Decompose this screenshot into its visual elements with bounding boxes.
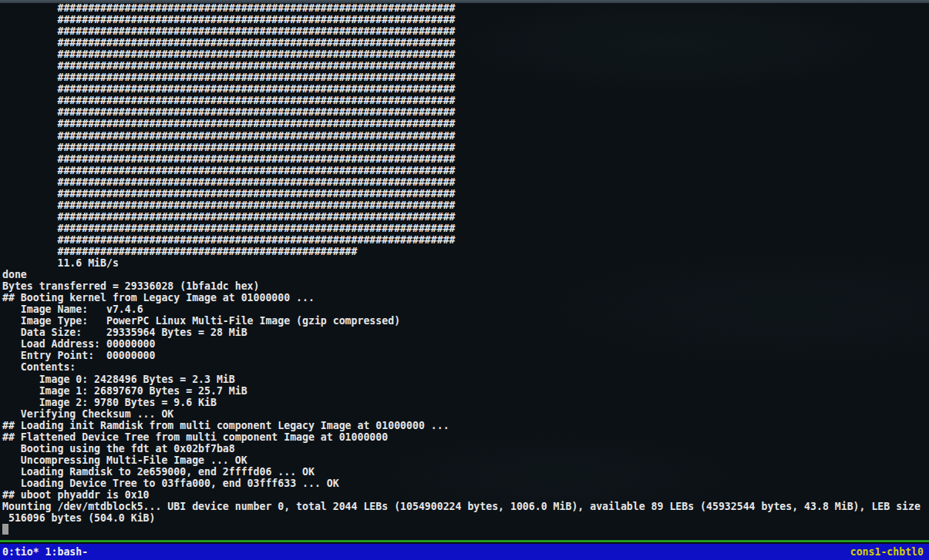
console-line: ## Loading init Ramdisk from multi compo… [2,420,929,431]
console-line: Verifying Checksum ... OK [2,408,929,420]
pane-border-line [0,540,929,542]
console-line: ########################################… [2,223,929,234]
console-line: ########################################… [2,188,929,200]
console-output[interactable]: ########################################… [2,2,929,535]
console-line: ########################################… [2,95,929,106]
console-line: ########################################… [2,49,929,60]
console-line: ########################################… [2,72,929,83]
console-line: ########################################… [2,106,929,118]
screen-status-bar: 0:tio* 1:bash- cons1-chbtl0 [0,544,929,560]
console-line: Bytes transferred = 29336028 (1bfa1dc he… [2,280,929,292]
console-line: ########################################… [2,211,929,223]
console-line: Booting using the fdt at 0x02bf7ba8 [2,443,929,454]
console-line: ########################################… [2,153,929,165]
console-line: Image Name: v7.4.6 [2,303,929,315]
terminal-cursor [2,524,8,535]
console-line: ########################################… [2,200,929,211]
console-line: Uncompressing Multi-File Image ... OK [2,454,929,466]
console-line: Entry Point: 00000000 [2,350,929,361]
console-line: 516096 bytes (504.0 KiB) [2,512,929,524]
console-line: ########################################… [2,83,929,95]
console-line: Loading Ramdisk to 2e659000, end 2ffffd0… [2,466,929,478]
console-line: ########################################… [2,118,929,129]
console-line: Image 0: 2428496 Bytes = 2.3 MiB [2,374,929,385]
console-line [2,524,929,535]
console-line: ########################################… [2,176,929,188]
console-line: ########################################… [2,246,929,257]
console-line: Load Address: 00000000 [2,338,929,350]
status-window-list[interactable]: 0:tio* 1:bash- [0,544,88,560]
console-line: ########################################… [2,142,929,153]
console-line: Loading Device Tree to 03ffa000, end 03f… [2,478,929,489]
console-line: ## Booting kernel from Legacy Image at 0… [2,292,929,303]
console-line: 11.6 MiB/s [2,257,929,269]
console-line: Data Size: 29335964 Bytes = 28 MiB [2,327,929,338]
console-line: Image Type: PowerPC Linux Multi-File Ima… [2,315,929,327]
console-line: ## uboot phyaddr is 0x10 [2,489,929,501]
status-session-name: cons1-chbtl0 [850,544,929,560]
console-line: ########################################… [2,60,929,72]
console-line: Mounting /dev/mtdblock5... UBI device nu… [2,501,929,512]
console-line: ########################################… [2,165,929,176]
console-line: ########################################… [2,14,929,25]
console-line: ########################################… [2,37,929,49]
console-line: ## Flattened Device Tree from multi comp… [2,431,929,443]
console-line: done [2,269,929,280]
console-line: ########################################… [2,25,929,37]
console-line: ########################################… [2,130,929,142]
console-line: Image 2: 9780 Bytes = 9.6 KiB [2,397,929,408]
console-line: ########################################… [2,234,929,246]
console-line: Contents: [2,361,929,373]
console-line: Image 1: 26897670 Bytes = 25.7 MiB [2,385,929,397]
console-line: ########################################… [2,2,929,14]
